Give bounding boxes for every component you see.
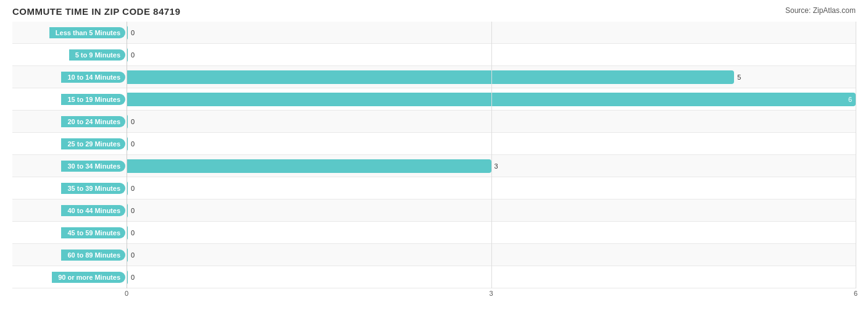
bar-section: 0 [127,22,856,43]
bar-label-container: Less than 5 Minutes [12,27,127,38]
bar-section: 0 [127,244,856,266]
bar-section: 3 [127,155,856,177]
bar-value: 0 [131,207,135,214]
bar-section: 0 [127,266,856,288]
table-row: 15 to 19 Minutes6 [12,88,856,111]
x-axis-tick: 0 [125,290,128,297]
bar-section: 0 [127,133,856,154]
table-row: 20 to 24 Minutes0 [12,111,856,133]
table-row: 90 or more Minutes0 [12,266,856,288]
bar-fill-zero [127,48,128,62]
main-container: COMMUTE TIME IN ZIP CODE 84719 Source: Z… [0,0,868,323]
table-row: 10 to 14 Minutes5 [12,66,856,88]
header-row: COMMUTE TIME IN ZIP CODE 84719 Source: Z… [12,6,856,17]
bar-value: 0 [131,140,135,148]
x-axis: 036 [127,290,856,302]
bar-fill-zero [127,115,128,128]
table-row: 60 to 89 Minutes0 [12,244,856,266]
bar-value: 0 [131,185,135,192]
bar-label-container: 40 to 44 Minutes [12,205,127,216]
bar-label: 35 to 39 Minutes [61,183,125,194]
chart-area: Less than 5 Minutes05 to 9 Minutes010 to… [12,22,856,288]
bar-value: 0 [131,29,135,36]
bar-section: 0 [127,199,856,221]
bar-label: 45 to 59 Minutes [61,227,125,238]
bar-value: 0 [131,118,135,125]
table-row: 40 to 44 Minutes0 [12,199,856,222]
bar-value: 0 [131,274,135,281]
table-row: 30 to 34 Minutes3 [12,155,856,177]
table-row: 25 to 29 Minutes0 [12,133,856,155]
x-axis-tick: 6 [854,290,858,297]
bar-fill-zero [127,26,128,40]
bar-fill-zero [127,182,128,195]
table-row: Less than 5 Minutes0 [12,22,856,44]
bar-label: 25 to 29 Minutes [61,138,125,149]
bar-label-container: 90 or more Minutes [12,272,127,283]
bar-value: 3 [495,162,498,170]
bar-fill-zero [127,271,128,284]
bar-fill-zero [127,226,128,240]
bar-label-container: 25 to 29 Minutes [12,138,127,149]
bar-fill-zero [127,137,128,151]
bar-label-container: 10 to 14 Minutes [12,72,127,83]
bar-section: 0 [127,44,856,65]
bar-fill-zero [127,248,128,262]
bar-label: Less than 5 Minutes [49,27,125,38]
bar-section: 5 [127,66,856,88]
bar-label: 20 to 24 Minutes [61,116,125,127]
bar-label: 15 to 19 Minutes [61,94,125,105]
bar-section: 6 [127,88,856,110]
bar-label-container: 5 to 9 Minutes [12,49,127,61]
bar-label: 10 to 14 Minutes [61,72,125,83]
bar-value: 6 [848,96,852,103]
bar-label-container: 60 to 89 Minutes [12,250,127,261]
bar-fill-zero [127,204,128,217]
x-axis-tick: 3 [489,290,493,297]
bar-label-container: 35 to 39 Minutes [12,183,127,194]
bar-fill: 6 [127,93,856,106]
bar-label: 90 or more Minutes [52,272,125,283]
bar-label: 30 to 34 Minutes [61,161,125,172]
bar-value: 5 [737,73,741,81]
bar-label-container: 30 to 34 Minutes [12,161,127,172]
table-row: 35 to 39 Minutes0 [12,177,856,199]
bar-label-container: 15 to 19 Minutes [12,94,127,105]
bar-label: 5 to 9 Minutes [69,49,125,61]
bar-section: 0 [127,177,856,199]
bar-label: 60 to 89 Minutes [61,250,125,261]
chart-title: COMMUTE TIME IN ZIP CODE 84719 [12,6,180,17]
table-row: 5 to 9 Minutes0 [12,44,856,66]
bar-label-container: 45 to 59 Minutes [12,227,127,238]
bar-value: 0 [131,51,135,59]
source-text: Source: ZipAtlas.com [785,6,856,15]
bar-label-container: 20 to 24 Minutes [12,116,127,127]
bar-label: 40 to 44 Minutes [61,205,125,216]
bar-section: 0 [127,111,856,132]
bar-value: 0 [131,229,135,237]
bar-fill [127,159,491,173]
bar-fill [127,70,734,84]
bar-section: 0 [127,222,856,243]
table-row: 45 to 59 Minutes0 [12,222,856,244]
bar-value: 0 [131,251,135,259]
